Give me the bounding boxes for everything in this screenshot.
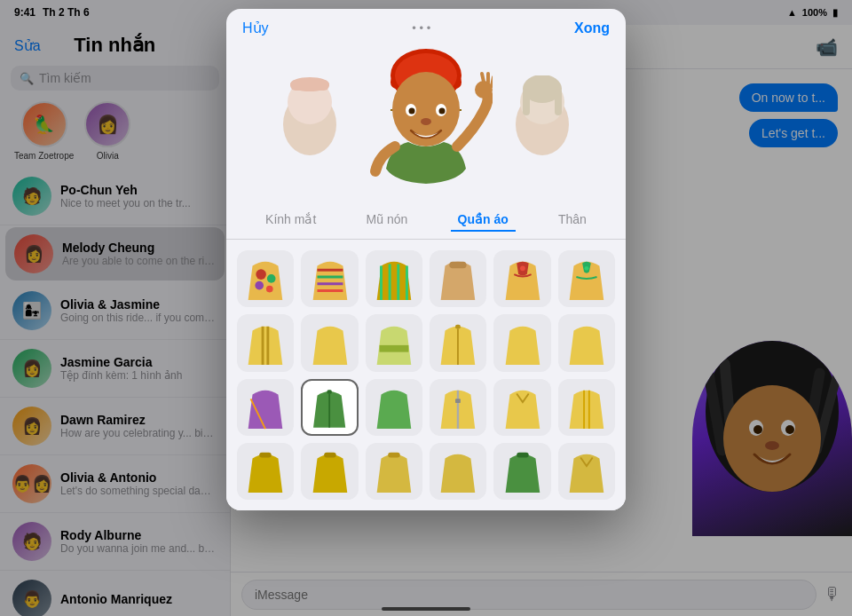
svg-rect-14 — [290, 80, 329, 91]
clothing-item-7[interactable] — [301, 314, 358, 371]
tab-hat[interactable]: Mũ nón — [359, 209, 415, 232]
svg-rect-50 — [450, 262, 467, 269]
modal-preview-area — [226, 42, 626, 201]
svg-rect-67 — [388, 453, 400, 458]
modal-overlay: Hủy • • • Xong — [0, 0, 852, 616]
clothing-item-20[interactable] — [366, 443, 422, 500]
svg-rect-56 — [455, 324, 461, 328]
svg-point-26 — [409, 108, 415, 115]
svg-rect-37 — [555, 89, 562, 115]
modal-done-button[interactable]: Xong — [574, 20, 610, 36]
svg-line-32 — [492, 77, 493, 86]
svg-point-40 — [256, 281, 264, 290]
clothing-item-14[interactable] — [366, 379, 422, 436]
svg-point-23 — [392, 72, 460, 146]
svg-point-41 — [266, 286, 273, 293]
clothing-item-17[interactable] — [558, 379, 615, 436]
modal-dots: • • • — [412, 21, 430, 35]
modal-cancel-button[interactable]: Hủy — [242, 20, 269, 36]
tab-glasses[interactable]: Kính mắt — [258, 209, 323, 232]
clothing-item-15[interactable] — [430, 379, 486, 436]
svg-rect-59 — [327, 390, 332, 394]
clothing-item-21[interactable] — [430, 443, 486, 500]
clothing-item-23[interactable] — [558, 443, 615, 500]
svg-rect-55 — [379, 344, 408, 351]
tab-row: Kính mắt Mũ nón Quần áo Thân — [226, 201, 626, 240]
clothing-item-9[interactable] — [430, 314, 486, 371]
clothing-item-5[interactable] — [558, 250, 615, 307]
svg-point-51 — [520, 266, 525, 272]
clothing-item-22[interactable] — [493, 443, 550, 500]
svg-rect-36 — [523, 89, 530, 115]
clothing-item-4[interactable] — [493, 250, 550, 307]
tab-clothing[interactable]: Quần áo — [451, 209, 516, 232]
clothing-item-3[interactable] — [430, 250, 486, 307]
clothing-item-8[interactable] — [366, 314, 422, 371]
clothing-item-6[interactable] — [237, 314, 294, 371]
svg-point-52 — [584, 266, 588, 271]
svg-point-27 — [439, 108, 446, 115]
preview-side-right — [507, 75, 578, 164]
clothing-item-1[interactable] — [301, 250, 358, 307]
clothing-item-2[interactable] — [366, 250, 422, 307]
clothing-grid — [226, 240, 626, 510]
memoji-editor-modal: Hủy • • • Xong — [226, 9, 626, 510]
svg-point-28 — [421, 118, 431, 125]
clothing-item-13[interactable] — [301, 379, 358, 436]
clothing-item-11[interactable] — [558, 314, 615, 371]
svg-point-39 — [267, 274, 276, 283]
svg-rect-62 — [455, 399, 461, 403]
svg-point-38 — [256, 270, 267, 280]
clothing-item-18[interactable] — [237, 443, 294, 500]
svg-rect-66 — [324, 453, 336, 458]
preview-side-left — [274, 75, 345, 164]
clothing-item-0[interactable] — [237, 250, 294, 307]
home-indicator — [382, 607, 470, 611]
clothing-item-16[interactable] — [493, 379, 550, 436]
tab-body[interactable]: Thân — [551, 209, 594, 232]
svg-rect-68 — [517, 453, 529, 458]
clothing-item-12[interactable] — [237, 379, 294, 436]
svg-rect-65 — [259, 453, 272, 458]
svg-line-30 — [482, 74, 484, 82]
modal-topbar: Hủy • • • Xong — [226, 9, 626, 42]
clothing-item-19[interactable] — [301, 443, 358, 500]
clothing-item-10[interactable] — [493, 314, 550, 371]
preview-memoji-center — [359, 49, 493, 191]
